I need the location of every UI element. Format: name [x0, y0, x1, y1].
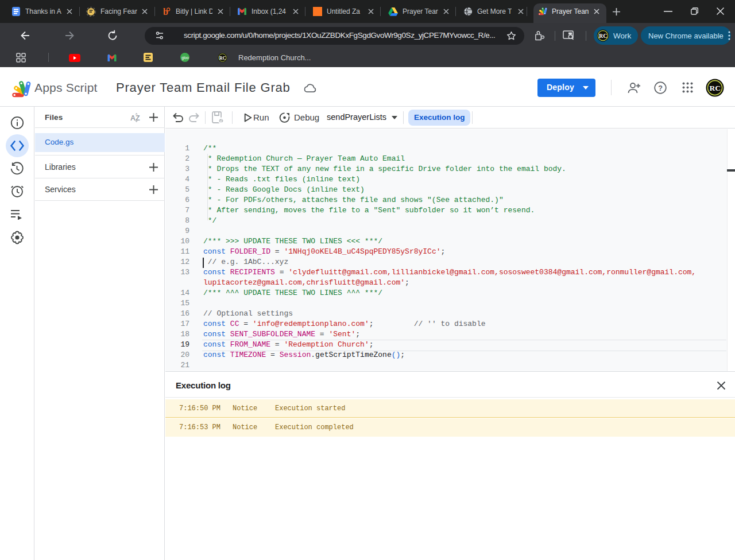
svg-text:RC: RC: [599, 33, 607, 39]
svg-text:?: ?: [658, 84, 663, 92]
svg-text:RC: RC: [710, 84, 721, 92]
svg-text:gloo: gloo: [181, 56, 189, 60]
svg-text:RC: RC: [219, 56, 226, 61]
svg-text:AZ: AZ: [130, 114, 140, 122]
